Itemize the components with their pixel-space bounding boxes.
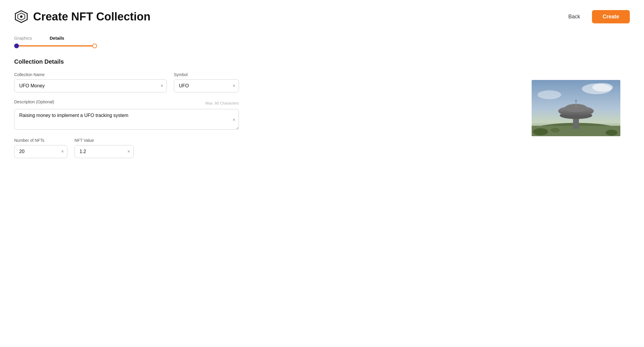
num-nfts-clear-icon[interactable]: × — [61, 149, 64, 154]
progress-fill — [14, 45, 97, 46]
description-label-row: Description (Optional) Max. 80 Character… — [14, 99, 239, 107]
page-container: Create NFT Collection Back Create Graphi… — [0, 0, 644, 347]
nft-row: Number of NFTs × NFT Value × — [14, 138, 239, 158]
logo-icon — [14, 9, 28, 24]
collection-name-wrapper: × — [14, 79, 167, 92]
symbol-group: Symbol × — [174, 72, 239, 92]
symbol-label: Symbol — [174, 72, 239, 77]
section-title: Collection Details — [14, 58, 630, 65]
description-wrapper: Raising money to implement a UFO trackin… — [14, 109, 239, 131]
create-button[interactable]: Create — [592, 10, 630, 23]
progress-labels: Graphics Details — [14, 36, 630, 41]
progress-track — [14, 45, 97, 46]
nft-value-label: NFT Value — [75, 138, 134, 143]
symbol-wrapper: × — [174, 79, 239, 92]
num-nfts-input[interactable] — [14, 145, 67, 158]
num-nfts-group: Number of NFTs × — [14, 138, 67, 158]
svg-point-5 — [592, 83, 613, 91]
nft-value-group: NFT Value × — [75, 138, 134, 158]
num-nfts-label: Number of NFTs — [14, 138, 67, 143]
svg-point-15 — [533, 128, 548, 135]
num-nfts-wrapper: × — [14, 145, 67, 158]
svg-point-6 — [538, 90, 561, 99]
svg-point-2 — [20, 15, 22, 18]
svg-point-14 — [575, 100, 577, 102]
description-label: Description (Optional) — [14, 99, 54, 104]
form-area: Collection Name × Symbol × Description (… — [14, 72, 239, 158]
max-chars: Max. 80 Characters — [206, 101, 239, 105]
progress-dot-end — [92, 44, 97, 48]
symbol-clear-icon[interactable]: × — [233, 83, 235, 88]
symbol-input[interactable] — [174, 79, 239, 92]
step1-label: Graphics — [14, 36, 50, 41]
header-left: Create NFT Collection — [14, 9, 151, 24]
step2-label: Details — [50, 36, 85, 41]
progress-dot-start — [14, 44, 19, 48]
collection-name-label: Collection Name — [14, 72, 167, 77]
svg-point-17 — [551, 128, 560, 133]
page-title: Create NFT Collection — [33, 10, 151, 23]
back-button[interactable]: Back — [564, 11, 585, 22]
name-symbol-row: Collection Name × Symbol × — [14, 72, 239, 92]
header-right: Back Create — [564, 10, 630, 23]
nft-value-input[interactable] — [75, 145, 134, 158]
collection-name-group: Collection Name × — [14, 72, 167, 92]
ufo-scene-svg — [532, 80, 620, 136]
collection-name-clear-icon[interactable]: × — [161, 83, 163, 88]
nft-value-clear-icon[interactable]: × — [127, 149, 130, 154]
description-row: Description (Optional) Max. 80 Character… — [14, 99, 239, 131]
svg-point-16 — [606, 130, 617, 136]
nft-value-wrapper: × — [75, 145, 134, 158]
progress-track-wrapper — [14, 43, 97, 49]
description-clear-icon[interactable]: × — [233, 118, 235, 122]
preview-image — [532, 80, 620, 136]
header: Create NFT Collection Back Create — [14, 9, 630, 24]
description-input[interactable]: Raising money to implement a UFO trackin… — [14, 109, 239, 130]
collection-name-input[interactable] — [14, 79, 167, 92]
progress-section: Graphics Details — [14, 36, 630, 49]
